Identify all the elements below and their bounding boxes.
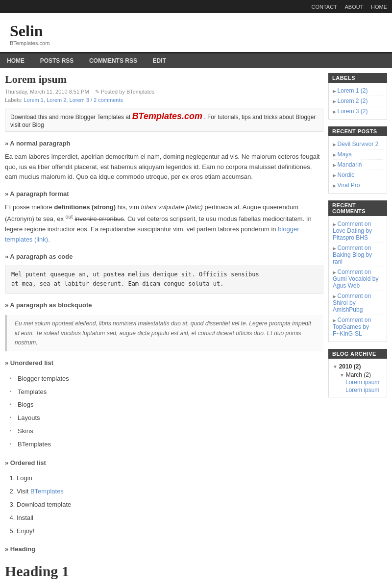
archive-year[interactable]: 2010 (2) [333,362,383,371]
post-labels: Labels: Lorem 1, Lorem 2, Lorem 3 / 2 co… [5,97,323,103]
blog-archive-title: BLOG ARCHIVE [328,349,387,359]
label-link[interactable]: Lorem 3 (2) [338,108,368,115]
list-item: Blogs [10,398,323,412]
unordered-list: Blogger templates Templates Blogs Layout… [10,372,323,451]
paragraph-format-text: Et posse meliore definitiones (strong) h… [5,202,323,245]
site-title: Selin [10,22,382,40]
list-item: Layouts [10,412,323,425]
blogger-templates-link-inline[interactable]: blogger templates (link). [5,225,299,243]
section-code: » A paragraph as code [5,252,323,262]
italic-text-1: tritani [141,203,156,211]
list-item: BTemplates [10,438,323,451]
nav-comments-rss[interactable]: COMMENTS RSS [82,53,144,68]
post-date: Thursday, March 11, 2010 8:51 PM [5,89,89,95]
archive-month[interactable]: March (2) [333,371,383,378]
btemplates-ordered-link[interactable]: BTemplates [30,488,64,495]
recent-post-link[interactable]: Viral Pro [338,182,360,189]
comment-link[interactable]: Comment on Shirol by AmishPubg [333,293,371,313]
recent-comments-body: Comment on Love Dating by Pitaspro BHS C… [328,216,387,342]
sidebar: LABELS Lorem 1 (2) Lorem 2 (2) Lorem 3 (… [328,73,387,588]
section-ordered-list: » Ordered list [5,458,323,468]
superscript-text: out [66,214,73,220]
recent-posts-title: RECENT POSTS [328,126,387,136]
blog-link[interactable]: Blog [32,122,44,128]
ordered-list-item: Download template [17,498,323,512]
archive-posts: Lorem ipsum Lorem ipsum [333,378,383,394]
label-lorem3[interactable]: Lorem 3 [70,97,89,103]
section-paragraph-format: » A paragraph format [5,189,323,199]
heading-1: Heading 1 [5,560,323,583]
comment-item: Comment on Love Dating by Pitaspro BHS [333,219,383,243]
btemplates-logo: BTemplates.com [132,111,202,121]
blog-archive-body: 2010 (2) March (2) Lorem ipsum Lorem ips… [328,359,387,397]
list-item: Templates [10,386,323,399]
archive-post-link[interactable]: Lorem ipsum [345,378,383,386]
recent-post-link[interactable]: Nordic [338,172,355,178]
recent-post-link[interactable]: Mandarin [338,161,362,168]
list-item: Skins [10,425,323,438]
labels-widget: LABELS Lorem 1 (2) Lorem 2 (2) Lorem 3 (… [328,73,387,120]
post-title: Lorem ipsum [5,73,323,86]
comment-item: Comment on Gumi Vocaloid by Agus Web [333,267,383,291]
section-heading-label: » Heading [5,544,323,555]
strikethrough-text: invenire erroribus [74,215,123,222]
code-block: Mel putent quaeque an, ut postea melius … [5,266,323,293]
post-comments-link[interactable]: 2 comments [94,97,123,103]
ordered-list-item: Login [17,472,323,485]
section-blockquote: » A paragraph as blockquote [5,300,323,311]
recent-post-link[interactable]: Devil Survivor 2 [338,141,379,147]
ordered-list: Login Visit BTemplates Download template… [17,472,323,538]
ordered-list-item: Install [17,512,323,525]
recent-posts-body: Devil Survivor 2 Maya Mandarin Nordic Vi… [328,136,387,194]
list-item: Blogger templates [10,372,323,386]
label-link[interactable]: Lorem 1 (2) [338,87,368,94]
site-tagline: BTemplates.com [10,40,382,46]
nav-edit[interactable]: EDIT [146,53,173,68]
labels-widget-body: Lorem 1 (2) Lorem 2 (2) Lorem 3 (2) [328,83,387,120]
recent-comments-list: Comment on Love Dating by Pitaspro BHS C… [333,219,383,339]
blogger-templates-link[interactable]: Blogger Templates [75,114,124,121]
section-normal-paragraph: » A normal paragraph [5,139,323,149]
comment-item: Comment on TopGames by F~KinG-SL [333,315,383,339]
about-link[interactable]: ABOUT [344,4,363,10]
comment-link[interactable]: Comment on Gumi Vocaloid by Agus Web [333,269,378,289]
post-author: ✎ Posted by BTemplates [95,89,155,95]
post-body: » A normal paragraph Ea eam labores impe… [5,139,323,588]
labels-widget-title: LABELS [328,73,387,83]
italic-text-2: vulputate (italic) [158,203,203,211]
archive-post-link[interactable]: Lorem ipsum [345,386,383,394]
nav-home[interactable]: HOME [0,53,31,68]
main-navigation: HOME POSTS RSS COMMENTS RSS EDIT [0,53,392,68]
blockquote: Eu mei solum oporteat eleifend, libris n… [5,315,323,351]
download-text: Download this and more Blogger Templates… [10,111,318,128]
nav-posts-rss[interactable]: POSTS RSS [33,53,81,68]
label-lorem1[interactable]: Lorem 1 [24,97,44,103]
section-unordered-list: » Unordered list [5,358,323,368]
recent-posts-list: Devil Survivor 2 Maya Mandarin Nordic Vi… [333,139,383,190]
recent-post-item: Mandarin [333,160,383,170]
label-lorem2[interactable]: Lorem 2 [47,97,66,103]
download-info: Download this and more Blogger Templates… [5,108,323,132]
main-content: Lorem ipsum Thursday, March 11, 2010 8:5… [5,73,323,588]
top-navigation: CONTACT ABOUT HOME [0,0,392,13]
strong-text: definitiones (strong) [54,203,116,211]
comment-link[interactable]: Comment on TopGames by F~KinG-SL [333,317,371,337]
recent-comments-widget: RECENT COMMENTS Comment on Love Dating b… [328,200,387,342]
site-header: Selin BTemplates.com [0,13,392,53]
comment-item: Comment on Baking Blog by rani [333,243,383,267]
recent-post-link[interactable]: Maya [338,151,352,158]
contact-link[interactable]: CONTACT [311,4,337,10]
recent-post-item: Viral Pro [333,180,383,190]
comment-item: Comment on Shirol by AmishPubg [333,291,383,315]
label-link[interactable]: Lorem 2 (2) [338,98,368,104]
label-item: Lorem 1 (2) [333,86,383,96]
recent-comments-title: RECENT COMMENTS [328,200,387,216]
comment-link[interactable]: Comment on Baking Blog by rani [333,245,372,265]
ordered-list-item: Visit BTemplates [17,485,323,498]
recent-posts-widget: RECENT POSTS Devil Survivor 2 Maya Manda… [328,126,387,194]
blog-archive-widget: BLOG ARCHIVE 2010 (2) March (2) Lorem ip… [328,349,387,397]
labels-list: Lorem 1 (2) Lorem 2 (2) Lorem 3 (2) [333,86,383,116]
home-link[interactable]: HOME [371,4,387,10]
label-item: Lorem 3 (2) [333,106,383,116]
comment-link[interactable]: Comment on Love Dating by Pitaspro BHS [333,220,372,241]
